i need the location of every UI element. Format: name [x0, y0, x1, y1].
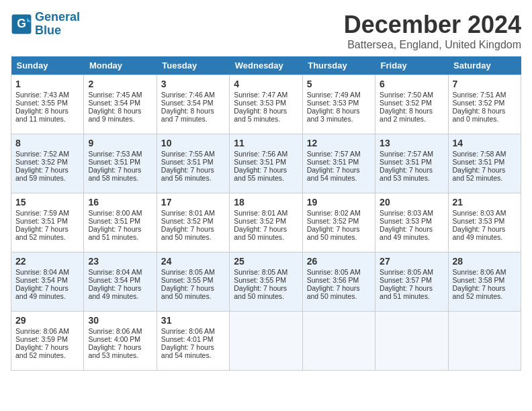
daylight-text: Daylight: 7 hours and 56 minutes.	[161, 166, 225, 182]
sunrise-text: Sunrise: 8:05 AM	[380, 268, 443, 276]
day-number: 26	[307, 256, 371, 267]
calendar-cell: 7Sunrise: 7:51 AMSunset: 3:52 PMDaylight…	[448, 75, 521, 134]
day-number: 8	[15, 138, 79, 148]
calendar-table: Sunday Monday Tuesday Wednesday Thursday…	[11, 56, 521, 371]
day-number: 12	[307, 138, 371, 148]
calendar-cell	[448, 312, 521, 371]
daylight-text: Daylight: 7 hours and 52 minutes.	[15, 225, 79, 241]
calendar-cell: 23Sunrise: 8:04 AMSunset: 3:54 PMDayligh…	[84, 253, 157, 312]
day-number: 14	[453, 138, 517, 148]
svg-text:G: G	[17, 17, 26, 30]
sunset-text: Sunset: 3:57 PM	[380, 276, 443, 284]
day-number: 31	[161, 315, 225, 326]
calendar-cell: 11Sunrise: 7:56 AMSunset: 3:51 PMDayligh…	[230, 134, 302, 193]
calendar-cell: 19Sunrise: 8:02 AMSunset: 3:52 PMDayligh…	[302, 193, 375, 253]
week-row: 1Sunrise: 7:43 AMSunset: 3:55 PMDaylight…	[11, 75, 521, 134]
sunrise-text: Sunrise: 8:04 AM	[15, 268, 79, 276]
calendar-cell: 16Sunrise: 8:00 AMSunset: 3:51 PMDayligh…	[84, 193, 157, 253]
daylight-text: Daylight: 7 hours and 49 minutes.	[15, 284, 79, 300]
day-number: 11	[234, 138, 298, 148]
calendar-cell: 22Sunrise: 8:04 AMSunset: 3:54 PMDayligh…	[11, 253, 84, 312]
daylight-text: Daylight: 7 hours and 52 minutes.	[15, 343, 79, 359]
sunrise-text: Sunrise: 7:43 AM	[15, 91, 79, 99]
sunset-text: Sunset: 3:51 PM	[88, 158, 152, 166]
calendar-cell	[375, 312, 448, 371]
daylight-text: Daylight: 7 hours and 54 minutes.	[161, 343, 225, 359]
sunset-text: Sunset: 3:54 PM	[88, 276, 152, 284]
daylight-text: Daylight: 8 hours and 11 minutes.	[15, 107, 79, 123]
calendar-cell: 13Sunrise: 7:57 AMSunset: 3:51 PMDayligh…	[375, 134, 448, 193]
sunset-text: Sunset: 3:54 PM	[15, 276, 79, 284]
sunset-text: Sunset: 3:52 PM	[161, 217, 225, 225]
sunset-text: Sunset: 3:51 PM	[453, 158, 517, 166]
calendar-cell: 26Sunrise: 8:05 AMSunset: 3:56 PMDayligh…	[302, 253, 375, 312]
daylight-text: Daylight: 7 hours and 50 minutes.	[307, 225, 371, 241]
calendar-cell: 21Sunrise: 8:03 AMSunset: 3:53 PMDayligh…	[448, 193, 521, 253]
sunrise-text: Sunrise: 8:06 AM	[161, 327, 225, 335]
daylight-text: Daylight: 8 hours and 0 minutes.	[453, 107, 517, 123]
calendar-cell: 17Sunrise: 8:01 AMSunset: 3:52 PMDayligh…	[157, 193, 229, 253]
daylight-text: Daylight: 7 hours and 50 minutes.	[234, 225, 298, 241]
calendar-cell: 4Sunrise: 7:47 AMSunset: 3:53 PMDaylight…	[230, 75, 302, 134]
day-number: 3	[161, 79, 225, 89]
sunrise-text: Sunrise: 8:01 AM	[234, 209, 298, 217]
day-number: 17	[161, 197, 225, 208]
daylight-text: Daylight: 7 hours and 59 minutes.	[15, 166, 79, 182]
day-number: 1	[15, 79, 79, 89]
daylight-text: Daylight: 8 hours and 5 minutes.	[234, 107, 298, 123]
sunset-text: Sunset: 3:55 PM	[15, 99, 79, 107]
sunset-text: Sunset: 3:51 PM	[88, 217, 152, 225]
day-number: 4	[234, 79, 298, 89]
calendar-cell: 30Sunrise: 8:06 AMSunset: 4:00 PMDayligh…	[84, 312, 157, 371]
calendar-cell: 25Sunrise: 8:05 AMSunset: 3:55 PMDayligh…	[230, 253, 302, 312]
day-number: 15	[15, 197, 79, 208]
calendar-cell: 8Sunrise: 7:52 AMSunset: 3:52 PMDaylight…	[11, 134, 84, 193]
day-number: 18	[234, 197, 298, 208]
daylight-text: Daylight: 7 hours and 51 minutes.	[88, 225, 152, 241]
daylight-text: Daylight: 7 hours and 52 minutes.	[453, 166, 517, 182]
day-number: 2	[88, 79, 152, 89]
day-number: 5	[307, 79, 371, 89]
sunset-text: Sunset: 3:53 PM	[380, 217, 443, 225]
col-monday: Monday	[84, 56, 157, 75]
daylight-text: Daylight: 7 hours and 54 minutes.	[307, 166, 371, 182]
calendar-cell	[302, 312, 375, 371]
calendar-cell: 31Sunrise: 8:06 AMSunset: 4:01 PMDayligh…	[157, 312, 229, 371]
daylight-text: Daylight: 8 hours and 3 minutes.	[307, 107, 371, 123]
sunrise-text: Sunrise: 7:49 AM	[307, 91, 371, 99]
day-number: 7	[453, 79, 517, 89]
sunset-text: Sunset: 3:52 PM	[307, 217, 371, 225]
sunset-text: Sunset: 3:55 PM	[234, 276, 298, 284]
location: Battersea, England, United Kingdom	[344, 39, 521, 51]
header-row: Sunday Monday Tuesday Wednesday Thursday…	[11, 56, 521, 75]
sunset-text: Sunset: 3:58 PM	[453, 276, 517, 284]
day-number: 19	[307, 197, 371, 208]
sunset-text: Sunset: 3:53 PM	[234, 99, 298, 107]
col-wednesday: Wednesday	[230, 56, 302, 75]
logo: G General Blue	[11, 11, 80, 38]
calendar-cell: 29Sunrise: 8:06 AMSunset: 3:59 PMDayligh…	[11, 312, 84, 371]
daylight-text: Daylight: 8 hours and 7 minutes.	[161, 107, 225, 123]
sunrise-text: Sunrise: 8:04 AM	[88, 268, 152, 276]
sunrise-text: Sunrise: 8:01 AM	[161, 209, 225, 217]
col-tuesday: Tuesday	[157, 56, 229, 75]
calendar-cell	[230, 312, 302, 371]
daylight-text: Daylight: 7 hours and 50 minutes.	[234, 284, 298, 300]
sunset-text: Sunset: 3:54 PM	[161, 99, 225, 107]
sunset-text: Sunset: 3:53 PM	[453, 217, 517, 225]
sunrise-text: Sunrise: 7:53 AM	[88, 150, 152, 158]
sunrise-text: Sunrise: 7:57 AM	[307, 150, 371, 158]
day-number: 16	[88, 197, 152, 208]
sunrise-text: Sunrise: 8:02 AM	[307, 209, 371, 217]
calendar-cell: 18Sunrise: 8:01 AMSunset: 3:52 PMDayligh…	[230, 193, 302, 253]
calendar-cell: 6Sunrise: 7:50 AMSunset: 3:52 PMDaylight…	[375, 75, 448, 134]
day-number: 9	[88, 138, 152, 148]
calendar-cell: 27Sunrise: 8:05 AMSunset: 3:57 PMDayligh…	[375, 253, 448, 312]
sunrise-text: Sunrise: 8:06 AM	[453, 268, 517, 276]
day-number: 20	[380, 197, 443, 208]
daylight-text: Daylight: 7 hours and 50 minutes.	[161, 284, 225, 300]
sunrise-text: Sunrise: 8:05 AM	[161, 268, 225, 276]
sunset-text: Sunset: 3:54 PM	[88, 99, 152, 107]
calendar-cell: 24Sunrise: 8:05 AMSunset: 3:55 PMDayligh…	[157, 253, 229, 312]
day-number: 13	[380, 138, 443, 148]
